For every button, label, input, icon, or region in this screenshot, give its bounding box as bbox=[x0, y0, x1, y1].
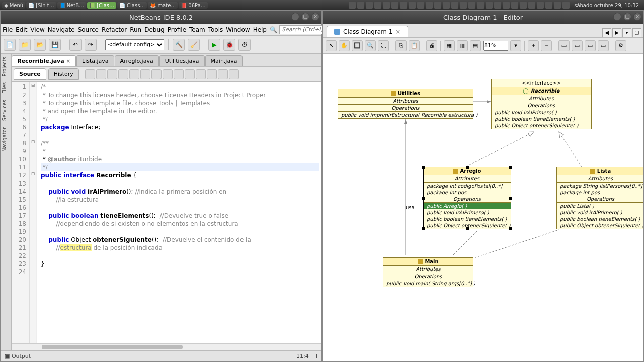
editor-btn[interactable] bbox=[96, 69, 106, 79]
zoom-in-button[interactable]: ＋ bbox=[528, 40, 539, 51]
task-item-active[interactable]: 📗 [Clas… bbox=[87, 2, 116, 9]
menu-edit[interactable]: Edit bbox=[16, 26, 27, 33]
nav-menu-button[interactable]: ▾ bbox=[622, 28, 631, 37]
uml-attribute[interactable]: package int pos bbox=[424, 189, 511, 196]
tray-icon[interactable] bbox=[537, 2, 544, 9]
editor-btn[interactable] bbox=[107, 69, 117, 79]
minimize-button[interactable]: – bbox=[613, 13, 621, 21]
file-tab-main[interactable]: Main.java bbox=[205, 55, 243, 66]
os-menu[interactable]: ◆ Menú bbox=[2, 2, 25, 9]
nav-next-button[interactable]: ▶ bbox=[612, 28, 621, 37]
uml-class-main[interactable]: Main Attributes Operations public void m… bbox=[383, 257, 473, 287]
uml-operation[interactable]: public boolean tieneElements( ) bbox=[557, 216, 643, 222]
tray-icon[interactable] bbox=[434, 2, 441, 9]
select-tool[interactable]: ↖ bbox=[326, 40, 337, 51]
horizontal-scrollbar[interactable] bbox=[12, 343, 321, 350]
side-tab-files[interactable]: Files bbox=[1, 79, 8, 97]
tray-icon[interactable] bbox=[349, 2, 356, 9]
save-all-button[interactable]: 💾 bbox=[49, 39, 61, 51]
tray-icon[interactable] bbox=[383, 2, 390, 9]
new-file-button[interactable]: 📄 bbox=[4, 39, 16, 51]
task-item[interactable]: 📄 [Sin t… bbox=[26, 2, 56, 9]
nav-prev-button[interactable]: ◀ bbox=[602, 28, 611, 37]
uml-operation[interactable]: public void irAlPrimero( ) bbox=[557, 209, 643, 216]
tray-icon[interactable] bbox=[494, 2, 501, 9]
menu-source[interactable]: Source bbox=[78, 26, 99, 33]
grid-button[interactable]: ▤ bbox=[470, 40, 481, 51]
tray-icon[interactable] bbox=[366, 2, 373, 9]
close-icon[interactable]: × bbox=[66, 58, 70, 64]
close-button[interactable]: × bbox=[311, 13, 319, 21]
layout-button[interactable]: ▦ bbox=[444, 40, 455, 51]
uml-operation[interactable]: public void irAlPrimero( ) bbox=[492, 109, 591, 116]
uml-operation[interactable]: public Object obtenerSiguiente( ) bbox=[492, 122, 591, 129]
uml-operation[interactable]: public void main( String args[0..*] ) bbox=[383, 280, 473, 287]
file-tab-arreglo[interactable]: Arreglo.java bbox=[115, 55, 159, 66]
fold-column[interactable]: ⊟⊟⊟ bbox=[30, 82, 37, 343]
tray-icon[interactable] bbox=[562, 2, 570, 9]
uml-operation[interactable]: public void irAlPrimero( ) bbox=[424, 209, 511, 216]
uml-operation-selected[interactable]: public Arreglo( ) bbox=[424, 203, 511, 209]
zoom-in-tool[interactable]: 🔍 bbox=[365, 40, 376, 51]
tray-icon[interactable] bbox=[503, 2, 510, 9]
source-tab[interactable]: Source bbox=[14, 68, 46, 80]
tray-icon[interactable] bbox=[511, 2, 518, 9]
uml-interface-recorrible[interactable]: <<interface>> ◯Recorrible Attributes Ope… bbox=[491, 79, 592, 129]
editor-btn[interactable] bbox=[129, 69, 139, 79]
side-tab-services[interactable]: Services bbox=[1, 97, 8, 124]
profile-button[interactable]: ⏱ bbox=[238, 39, 251, 51]
align-button[interactable]: ▭ bbox=[558, 40, 570, 51]
align-button[interactable]: ▭ bbox=[598, 40, 609, 51]
editor-btn[interactable] bbox=[85, 69, 95, 79]
clean-build-button[interactable]: 🧹 bbox=[188, 39, 200, 51]
code-editor[interactable]: 123456789101112131415161718192021222324 … bbox=[12, 82, 321, 343]
tray-icon[interactable] bbox=[391, 2, 398, 9]
undo-button[interactable]: ↶ bbox=[69, 39, 82, 51]
tray-icon[interactable] bbox=[477, 2, 484, 9]
zoom-area-tool[interactable]: 🔲 bbox=[352, 40, 363, 51]
tray-icon[interactable] bbox=[426, 2, 433, 9]
menu-run[interactable]: Run bbox=[130, 26, 141, 33]
task-item[interactable]: 📄 Class… bbox=[117, 2, 147, 9]
open-project-button[interactable]: 📂 bbox=[34, 39, 46, 51]
tray-icon[interactable] bbox=[451, 2, 458, 9]
tray-icon[interactable] bbox=[443, 2, 450, 9]
tray-icon[interactable] bbox=[417, 2, 424, 9]
menu-view[interactable]: View bbox=[30, 26, 44, 33]
tray-icon[interactable] bbox=[528, 2, 535, 9]
tray-icon[interactable] bbox=[400, 2, 407, 9]
close-icon[interactable]: × bbox=[395, 28, 400, 35]
tray-icon[interactable] bbox=[520, 2, 527, 9]
menu-tools[interactable]: Tools bbox=[208, 26, 223, 33]
tray-icon[interactable] bbox=[460, 2, 467, 9]
redo-button[interactable]: ↷ bbox=[85, 39, 97, 51]
fit-tool[interactable]: ⛶ bbox=[378, 40, 389, 51]
menu-help[interactable]: Help bbox=[253, 26, 267, 33]
editor-btn[interactable] bbox=[196, 69, 206, 79]
tray-icon[interactable] bbox=[486, 2, 493, 9]
editor-btn[interactable] bbox=[163, 69, 173, 79]
nav-max-button[interactable]: ▢ bbox=[632, 28, 641, 37]
layout2-button[interactable]: ▥ bbox=[457, 40, 468, 51]
pan-tool[interactable]: ✋ bbox=[339, 40, 350, 51]
menu-window[interactable]: Window bbox=[226, 26, 250, 33]
task-item[interactable]: 📕 06Pa… bbox=[179, 2, 207, 9]
task-item[interactable]: 🦊 mate… bbox=[148, 2, 178, 9]
editor-btn[interactable] bbox=[229, 69, 239, 79]
tray-icon[interactable] bbox=[357, 2, 364, 9]
align-button[interactable]: ▭ bbox=[585, 40, 596, 51]
uml-attribute[interactable]: package String listPersonas[0..*] bbox=[557, 183, 643, 189]
uml-class-arreglo[interactable]: Arreglo Attributes package int codigoPos… bbox=[423, 167, 511, 229]
zoom-dropdown[interactable]: ▾ bbox=[510, 40, 521, 51]
side-tab-navigator[interactable]: Navigator bbox=[1, 124, 8, 155]
paste-button[interactable]: 📋 bbox=[409, 40, 420, 51]
settings-button[interactable]: ⚙ bbox=[615, 40, 626, 51]
run-button[interactable]: ▶ bbox=[208, 39, 220, 51]
zoom-input[interactable] bbox=[483, 41, 508, 51]
uml-class-utilities[interactable]: Utilities Attributes Operations public v… bbox=[338, 89, 473, 119]
copy-button[interactable]: ⎘ bbox=[395, 40, 407, 51]
uml-attribute[interactable]: package int codigoPostal[0..*] bbox=[424, 183, 511, 189]
maximize-button[interactable]: ▢ bbox=[301, 13, 309, 21]
tray-icon[interactable] bbox=[545, 2, 552, 9]
tray-icon[interactable] bbox=[468, 2, 475, 9]
